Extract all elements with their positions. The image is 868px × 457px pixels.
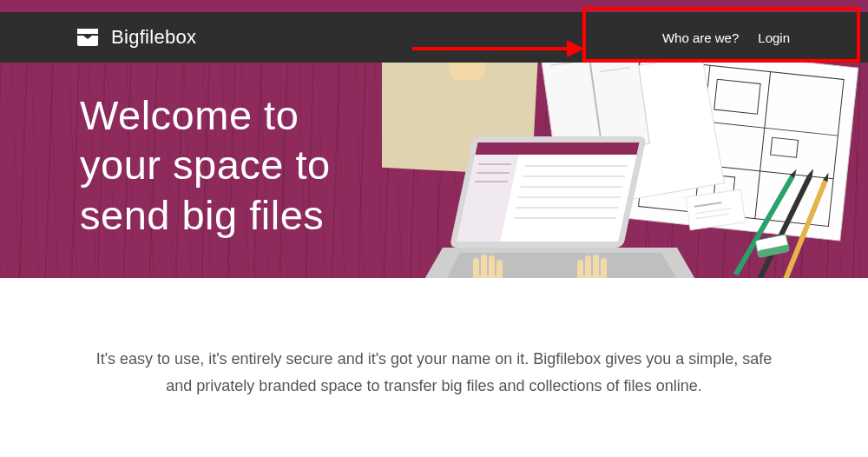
svg-rect-51 — [481, 255, 487, 278]
svg-rect-53 — [496, 260, 503, 278]
nav-login[interactable]: Login — [758, 30, 790, 45]
svg-marker-48 — [444, 253, 679, 278]
hero-headline: Welcome to your space to send big files — [80, 90, 331, 240]
box-logo-icon — [75, 24, 101, 50]
svg-rect-36 — [476, 142, 640, 155]
nav-who-are-we[interactable]: Who are we? — [662, 30, 739, 45]
hero-line-2: your space to — [80, 140, 331, 189]
svg-rect-52 — [489, 255, 495, 278]
svg-rect-1 — [77, 29, 98, 35]
svg-rect-2 — [77, 34, 98, 36]
brand-name: Bigfilebox — [111, 26, 196, 49]
hero-illustration — [382, 63, 868, 278]
svg-rect-56 — [585, 255, 591, 278]
nav-links: Who are we? Login — [662, 30, 790, 45]
brand[interactable]: Bigfilebox — [75, 24, 196, 50]
hero-line-1: Welcome to — [80, 90, 331, 140]
svg-rect-55 — [577, 260, 583, 278]
svg-rect-50 — [473, 258, 479, 278]
top-accent-strip — [0, 0, 868, 12]
hero-line-3: send big files — [80, 190, 331, 240]
svg-rect-30 — [686, 189, 746, 230]
svg-rect-25 — [449, 63, 485, 80]
svg-rect-58 — [601, 258, 607, 278]
hero: Welcome to your space to send big files — [0, 63, 868, 278]
navbar: Bigfilebox Who are we? Login — [0, 12, 868, 63]
intro-paragraph: It's easy to use, it's entirely secure a… — [0, 278, 868, 399]
svg-rect-57 — [593, 255, 599, 278]
